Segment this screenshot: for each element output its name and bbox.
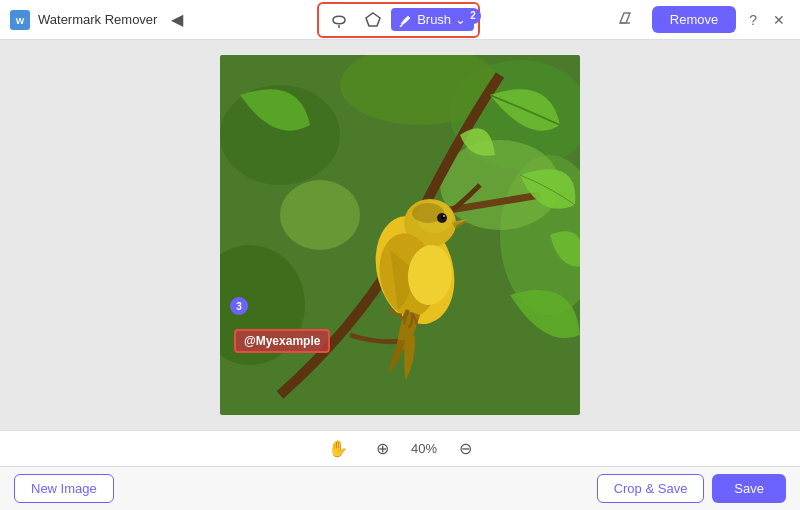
app-icon: W <box>10 10 30 30</box>
polygon-tool-button[interactable] <box>357 6 389 34</box>
crop-save-button[interactable]: Crop & Save <box>597 474 705 503</box>
tools-group: Brush ⌄ <box>317 2 480 38</box>
bottom-toolbar: ✋ ⊕ 40% ⊖ <box>0 430 800 466</box>
watermark-overlay[interactable]: @Myexample <box>234 329 330 353</box>
eraser-button[interactable] <box>608 4 644 36</box>
footer: New Image Crop & Save Save <box>0 466 800 510</box>
zoom-in-icon: ⊕ <box>376 440 389 457</box>
hand-icon: ✋ <box>328 440 348 457</box>
canvas-wrapper: 3 @Myexample <box>220 55 580 415</box>
footer-right: Crop & Save Save <box>597 474 786 503</box>
brush-label: Brush <box>417 12 451 27</box>
svg-text:W: W <box>16 16 25 26</box>
footer-left: New Image <box>14 474 114 503</box>
title-bar: W Watermark Remover ◀ 2 <box>0 0 800 40</box>
bird-image <box>220 55 580 415</box>
save-button[interactable]: Save <box>712 474 786 503</box>
title-right: Remove ? ✕ <box>608 4 790 36</box>
zoom-in-button[interactable]: ⊕ <box>370 437 395 460</box>
back-button[interactable]: ◀ <box>165 6 189 33</box>
zoom-out-icon: ⊖ <box>459 440 472 457</box>
window-controls: ? ✕ <box>744 10 790 30</box>
zoom-out-button[interactable]: ⊖ <box>453 437 478 460</box>
new-image-button[interactable]: New Image <box>14 474 114 503</box>
close-button[interactable]: ✕ <box>768 10 790 30</box>
remove-button[interactable]: Remove <box>652 6 736 33</box>
watermark-badge: 3 <box>230 297 248 315</box>
svg-line-3 <box>400 25 402 27</box>
help-button[interactable]: ? <box>744 10 762 30</box>
svg-point-12 <box>280 180 360 250</box>
tool-badge: 2 <box>465 8 481 24</box>
hand-tool-button[interactable]: ✋ <box>322 437 354 460</box>
title-left: W Watermark Remover ◀ <box>10 6 189 33</box>
app-title: Watermark Remover <box>38 12 157 27</box>
brush-tool-button[interactable]: Brush ⌄ <box>391 8 474 31</box>
lasso-tool-button[interactable] <box>323 6 355 34</box>
svg-point-21 <box>443 215 445 217</box>
zoom-level: 40% <box>411 441 437 456</box>
watermark-text: @Myexample <box>244 334 320 348</box>
main-content: 3 @Myexample <box>0 40 800 430</box>
